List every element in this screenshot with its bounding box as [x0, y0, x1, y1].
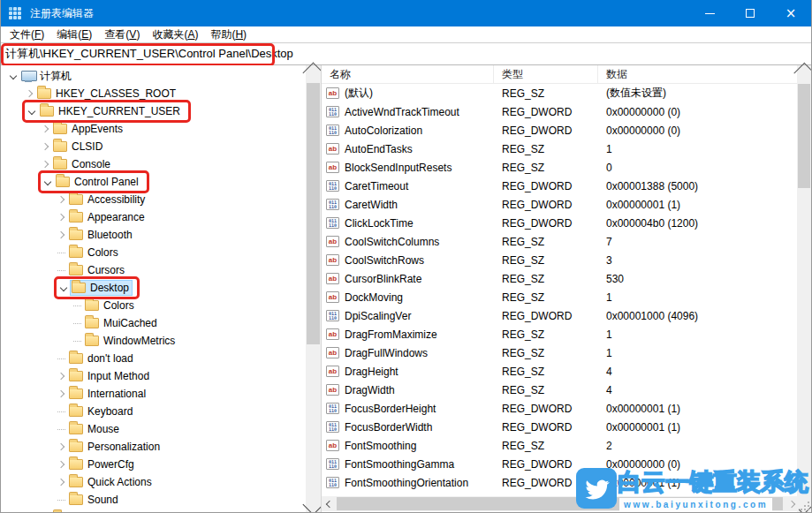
resize-grip[interactable]: [801, 502, 809, 510]
tree-node[interactable]: CLSID: [52, 140, 105, 154]
tree-expander[interactable]: [54, 391, 68, 396]
table-row[interactable]: 011110CaretWidthREG_DWORD0x00000001 (1): [322, 195, 799, 214]
tree-expander[interactable]: [57, 285, 71, 290]
tree-item-bluetooth[interactable]: Bluetooth: [1, 226, 306, 244]
tree-expander[interactable]: [38, 162, 52, 167]
tree-node[interactable]: [52, 511, 74, 512]
menu-item-v[interactable]: 查看(V): [98, 26, 146, 43]
table-row[interactable]: abDragFromMaximizeREG_SZ1: [322, 325, 799, 343]
tree-item-hkey-current-user[interactable]: HKEY_CURRENT_USER: [1, 102, 306, 120]
tree-item-accessibility[interactable]: Accessibility: [1, 191, 306, 208]
tree-expander[interactable]: [54, 373, 68, 379]
tree-expander[interactable]: [54, 358, 68, 359]
table-row[interactable]: ab(默认)REG_SZ(数值未设置): [322, 84, 799, 102]
tree-node[interactable]: Appearance: [68, 210, 148, 224]
tree-item-quick-actions[interactable]: Quick Actions: [1, 473, 306, 491]
close-button[interactable]: ×: [770, 0, 811, 26]
tree-expander[interactable]: [54, 232, 68, 238]
tree-expander[interactable]: [54, 479, 68, 485]
tree-node[interactable]: PowerCfg: [68, 457, 137, 472]
tree-node[interactable]: Colors: [68, 245, 121, 260]
tree-node[interactable]: Control Panel: [55, 175, 141, 189]
tree-expander[interactable]: [70, 323, 84, 324]
tree-node[interactable]: Accessibility: [68, 192, 148, 207]
address-bar[interactable]: 计算机\HKEY_CURRENT_USER\Control Panel\Desk…: [1, 42, 811, 65]
tree-item-powercfg[interactable]: PowerCfg: [1, 456, 306, 473]
list-vertical-scrollbar[interactable]: [797, 65, 811, 512]
tree-node[interactable]: Input Method: [68, 369, 152, 383]
tree-node[interactable]: HKEY_CURRENT_USER: [39, 104, 183, 118]
table-row[interactable]: abFontSmoothingREG_SZ2: [322, 436, 799, 455]
scroll-left-button[interactable]: [322, 496, 337, 511]
table-row[interactable]: 011110DpiScalingVerREG_DWORD0x00001000 (…: [322, 306, 799, 325]
tree-node[interactable]: Sound: [68, 493, 121, 507]
tree-item-input-method[interactable]: Input Method: [1, 367, 306, 385]
tree-item-appevents[interactable]: AppEvents: [1, 120, 306, 138]
column-header-name[interactable]: 名称: [322, 65, 494, 83]
tree-vertical-scrollbar[interactable]: [306, 65, 321, 512]
tree-item-colors[interactable]: Colors: [1, 244, 306, 261]
tree-expander[interactable]: [54, 270, 68, 271]
tree-node[interactable]: AppEvents: [52, 122, 125, 136]
tree-expander[interactable]: [54, 462, 68, 467]
tree-item-cursors[interactable]: Cursors: [1, 261, 306, 279]
table-row[interactable]: 011110ActiveWndTrackTimeoutREG_DWORD0x00…: [322, 102, 799, 121]
tree-item-sound[interactable]: Sound: [1, 491, 306, 509]
tree-node[interactable]: Keyboard: [68, 404, 135, 419]
table-row[interactable]: abDockMovingREG_SZ1: [322, 288, 799, 306]
table-row[interactable]: abCursorBlinkRateREG_SZ530: [322, 269, 799, 288]
scroll-down-button[interactable]: [306, 497, 321, 512]
tree-node[interactable]: International: [68, 387, 148, 401]
tree-scrollbar-thumb[interactable]: [307, 83, 320, 344]
hscrollbar-thumb[interactable]: [337, 497, 783, 510]
tree-node[interactable]: Colors: [84, 298, 137, 313]
table-row[interactable]: abCoolSwitchRowsREG_SZ3: [322, 251, 799, 269]
tree-node[interactable]: Personalization: [68, 440, 163, 454]
tree-item-personalization[interactable]: Personalization: [1, 438, 306, 456]
tree-expander[interactable]: [54, 429, 68, 430]
scroll-up-button[interactable]: [797, 65, 811, 80]
tree-node[interactable]: WindowMetrics: [84, 334, 178, 348]
tree-item-muicached[interactable]: MuiCached: [1, 314, 306, 332]
scroll-right-button[interactable]: [784, 496, 799, 511]
tree-expander[interactable]: [22, 91, 36, 96]
tree-item-don-t-load[interactable]: don't load: [1, 350, 306, 367]
tree-expander[interactable]: [25, 109, 39, 114]
tree-node[interactable]: Bluetooth: [68, 228, 135, 242]
tree-node[interactable]: Quick Actions: [68, 475, 155, 489]
tree-expander[interactable]: [38, 126, 52, 132]
tree-node[interactable]: Mouse: [68, 422, 122, 436]
tree-item-windowmetrics[interactable]: WindowMetrics: [1, 332, 306, 350]
table-row[interactable]: 011110ClickLockTimeREG_DWORD0x000004b0 (…: [322, 214, 799, 232]
tree-item-keyboard[interactable]: Keyboard: [1, 403, 306, 420]
column-header-data[interactable]: 数据: [598, 65, 799, 83]
menu-item-h[interactable]: 帮助(H): [204, 26, 253, 43]
tree-item-clsid[interactable]: CLSID: [1, 138, 306, 155]
table-row[interactable]: abBlockSendInputResetsREG_SZ0: [322, 158, 799, 177]
table-row[interactable]: abDragWidthREG_SZ4: [322, 381, 799, 399]
tree-node[interactable]: don't load: [68, 351, 136, 366]
table-row[interactable]: 011110CaretTimeoutREG_DWORD0x00001388 (5…: [322, 177, 799, 195]
tree-expander[interactable]: [6, 73, 20, 79]
tree-item-mouse[interactable]: Mouse: [1, 420, 306, 438]
table-row[interactable]: 011110FontSmoothingGammaREG_DWORD0x00000…: [322, 455, 799, 473]
table-row[interactable]: 011110AutoColorizationREG_DWORD0x0000000…: [322, 121, 799, 140]
tree-item-appearance[interactable]: Appearance: [1, 208, 306, 226]
table-row[interactable]: abDragHeightREG_SZ4: [322, 362, 799, 381]
menu-item-a[interactable]: 收藏夹(A): [146, 26, 204, 43]
table-row[interactable]: 011110FocusBorderHeightREG_DWORD0x000000…: [322, 399, 799, 418]
tree-item-international[interactable]: International: [1, 385, 306, 403]
tree-expander[interactable]: [54, 215, 68, 220]
tree-item-计算机[interactable]: 计算机: [1, 67, 306, 85]
maximize-button[interactable]: [730, 0, 770, 26]
tree-node[interactable]: 计算机: [20, 68, 74, 85]
tree-item-partial[interactable]: [1, 509, 306, 512]
tree-expander[interactable]: [41, 179, 55, 185]
tree-expander[interactable]: [70, 306, 84, 306]
minimize-button[interactable]: [689, 0, 730, 26]
scroll-up-button[interactable]: [306, 65, 321, 80]
table-row[interactable]: 011110FontSmoothingOrientationREG_DWORD0…: [322, 473, 799, 492]
tree-item-desktop[interactable]: Desktop: [1, 279, 306, 297]
tree-node[interactable]: Cursors: [68, 263, 127, 277]
tree-item-colors[interactable]: Colors: [1, 297, 306, 314]
